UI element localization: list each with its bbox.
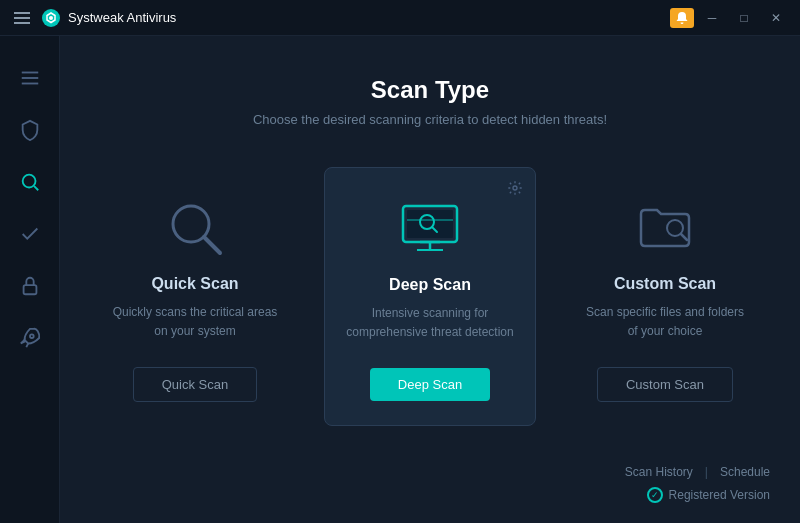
scan-history-link[interactable]: Scan History xyxy=(625,465,693,479)
sidebar-item-shield[interactable] xyxy=(8,108,52,152)
registered-check-icon: ✓ xyxy=(647,487,663,503)
deep-scan-card: Deep Scan Intensive scanning for compreh… xyxy=(324,167,536,426)
svg-line-9 xyxy=(204,237,220,253)
maximize-button[interactable]: □ xyxy=(730,4,758,32)
app-logo xyxy=(42,9,60,27)
svg-point-10 xyxy=(513,186,517,190)
minimize-button[interactable]: ─ xyxy=(698,4,726,32)
schedule-link[interactable]: Schedule xyxy=(720,465,770,479)
page-title: Scan Type xyxy=(371,76,489,104)
svg-rect-2 xyxy=(21,77,38,79)
registered-label: Registered Version xyxy=(669,488,770,502)
custom-scan-desc: Scan specific files and folders of your … xyxy=(580,303,750,343)
title-bar-right: ─ □ ✕ xyxy=(670,4,790,32)
custom-scan-title: Custom Scan xyxy=(614,275,716,293)
svg-point-4 xyxy=(22,175,35,188)
main-layout: Scan Type Choose the desired scanning cr… xyxy=(0,36,800,523)
footer-links: Scan History | Schedule xyxy=(625,465,770,479)
footer: Scan History | Schedule ✓ Registered Ver… xyxy=(625,465,770,503)
content-area: Scan Type Choose the desired scanning cr… xyxy=(60,36,800,523)
quick-scan-card: Quick Scan Quickly scans the critical ar… xyxy=(90,167,300,426)
custom-scan-card: Custom Scan Scan specific files and fold… xyxy=(560,167,770,426)
svg-rect-3 xyxy=(21,83,38,85)
custom-scan-button[interactable]: Custom Scan xyxy=(597,367,733,402)
sidebar-item-check[interactable] xyxy=(8,212,52,256)
title-bar-left: Systweak Antivirus xyxy=(10,8,670,28)
deep-scan-title: Deep Scan xyxy=(389,276,471,294)
sidebar-item-search[interactable] xyxy=(8,160,52,204)
footer-divider: | xyxy=(705,465,708,479)
quick-scan-icon xyxy=(160,197,230,257)
settings-icon[interactable] xyxy=(507,180,523,199)
quick-scan-button[interactable]: Quick Scan xyxy=(133,367,257,402)
svg-rect-15 xyxy=(407,210,453,238)
notification-icon[interactable] xyxy=(670,8,694,28)
title-bar: Systweak Antivirus ─ □ ✕ xyxy=(0,0,800,36)
svg-point-0 xyxy=(49,16,53,20)
deep-scan-button[interactable]: Deep Scan xyxy=(370,368,490,401)
svg-line-5 xyxy=(34,186,38,190)
close-button[interactable]: ✕ xyxy=(762,4,790,32)
svg-point-7 xyxy=(30,334,34,338)
svg-rect-1 xyxy=(21,72,38,74)
sidebar-item-lock[interactable] xyxy=(8,264,52,308)
deep-scan-desc: Intensive scanning for comprehensive thr… xyxy=(345,304,515,344)
page-subtitle: Choose the desired scanning criteria to … xyxy=(253,112,607,127)
custom-scan-icon xyxy=(630,197,700,257)
hamburger-icon[interactable] xyxy=(10,8,34,28)
svg-line-20 xyxy=(681,234,687,240)
quick-scan-title: Quick Scan xyxy=(151,275,238,293)
registered-badge: ✓ Registered Version xyxy=(647,487,770,503)
sidebar xyxy=(0,36,60,523)
app-title: Systweak Antivirus xyxy=(68,10,176,25)
quick-scan-desc: Quickly scans the critical areas on your… xyxy=(110,303,280,343)
sidebar-item-rocket[interactable] xyxy=(8,316,52,360)
svg-rect-6 xyxy=(23,285,36,294)
sidebar-item-menu[interactable] xyxy=(8,56,52,100)
deep-scan-icon xyxy=(395,198,465,258)
scan-cards-container: Quick Scan Quickly scans the critical ar… xyxy=(90,167,770,426)
